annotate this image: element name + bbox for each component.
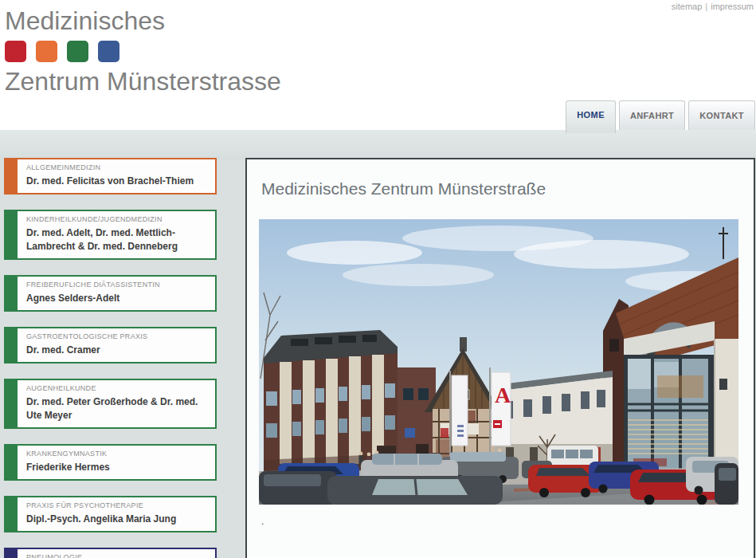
sidebar-practice-card[interactable]: GASTROENTOLOGISCHE PRAXIS Dr. med. Crame… [4, 327, 217, 363]
tab-anfahrt[interactable]: ANFAHRT [619, 100, 685, 130]
logo-squares [5, 41, 281, 62]
sitemap-link[interactable]: sitemap [672, 2, 703, 11]
logo-square-red [5, 41, 26, 62]
tab-kontakt[interactable]: KONTAKT [688, 100, 755, 130]
practice-doctors: Friederike Hermes [26, 461, 208, 474]
header-band [0, 130, 756, 160]
practice-doctors: Dr. med. Peter Großerhode & Dr. med. Ute… [26, 395, 208, 422]
header: sitemap|impressum Medizinisches Zentrum … [0, 0, 756, 130]
content-panel: Medizinisches Zentrum Münsterstraße [245, 158, 755, 558]
sidebar-practice-card[interactable]: PNEUMOLOGIE Dr. med. Korf, Johannes Fisc… [4, 548, 217, 558]
svg-text:A: A [495, 383, 511, 407]
practice-category: FREIBERUFLICHE DIÄTASSISTENTIN [26, 281, 208, 289]
logo: Medizinisches Zentrum Münsterstrasse [5, 6, 281, 96]
logo-square-orange [36, 41, 57, 62]
sidebar-practice-card[interactable]: FREIBERUFLICHE DIÄTASSISTENTIN Agnes Sel… [4, 275, 217, 312]
meta-separator: | [705, 2, 707, 11]
practice-category: PNEUMOLOGIE [26, 553, 208, 558]
logo-square-blue [98, 41, 119, 62]
practice-category: KINDERHEILKUNDE/JUGENDMEDIZIN [26, 215, 208, 224]
meta-links: sitemap|impressum [672, 2, 754, 11]
practice-category: ALLGEMEINMEDIZIN [26, 163, 208, 172]
building-photo: A [259, 219, 738, 505]
sidebar-practice-card[interactable]: ALLGEMEINMEDIZIN Dr. med. Felicitas von … [4, 158, 217, 195]
practice-doctors: Dipl.-Psych. Angelika Maria Jung [26, 513, 208, 526]
logo-square-green [67, 41, 88, 62]
sidebar-practice-card[interactable]: KRANKENGYMNASTIK Friederike Hermes [4, 444, 217, 481]
sidebar: ALLGEMEINMEDIZIN Dr. med. Felicitas von … [4, 158, 217, 558]
practice-category: PRAXIS FÜR PSYCHOTHERAPIE [26, 501, 208, 510]
footnote: . [261, 516, 754, 527]
page-title: Medizinisches Zentrum Münsterstraße [261, 179, 754, 198]
impressum-link[interactable]: impressum [711, 2, 754, 11]
building-photo-svg: A [259, 219, 738, 505]
logo-text-line1: Medizinisches [5, 6, 281, 35]
main-nav: HOMEANFAHRTKONTAKT [566, 100, 755, 130]
practice-category: AUGENHEILKUNDE [26, 384, 208, 393]
practice-doctors: Agnes Selders-Adelt [26, 292, 208, 305]
practice-doctors: Dr. med. Cramer [26, 344, 208, 357]
practice-doctors: Dr. med. Felicitas von Brachel-Thiem [26, 175, 208, 188]
sidebar-practice-card[interactable]: AUGENHEILKUNDE Dr. med. Peter Großerhode… [4, 379, 217, 429]
sidebar-practice-card[interactable]: KINDERHEILKUNDE/JUGENDMEDIZIN Dr. med. A… [4, 210, 217, 260]
sidebar-practice-card[interactable]: PRAXIS FÜR PSYCHOTHERAPIE Dipl.-Psych. A… [4, 496, 217, 532]
practice-doctors: Dr. med. Adelt, Dr. med. Mettlich-Lambre… [26, 226, 208, 253]
tab-home[interactable]: HOME [566, 100, 616, 133]
practice-category: GASTROENTOLOGISCHE PRAXIS [26, 332, 208, 341]
practice-category: KRANKENGYMNASTIK [26, 450, 208, 458]
logo-text-line2: Zentrum Münsterstrasse [5, 67, 281, 96]
